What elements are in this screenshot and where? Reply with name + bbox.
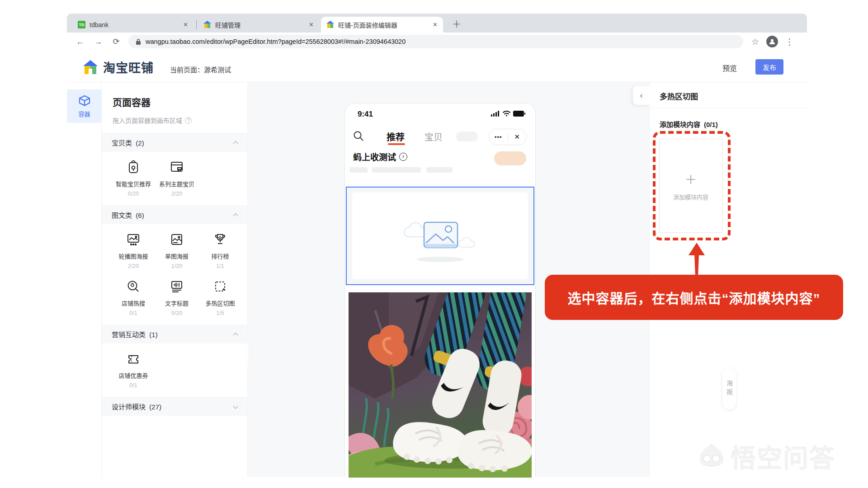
chevron-left-icon: ‹ [640,91,643,100]
coupon-icon [125,351,142,367]
signal-icon [491,110,500,117]
browser-window: TD tdbank ✕ 旺铺管理 ✕ 旺铺-页面装修编辑器 ✕ ＋ ← → ⟳ … [67,14,807,477]
preview-button[interactable]: 预览 [722,62,737,73]
tab-divider [196,20,197,29]
module-hotzone-slice[interactable]: 多热区切图 1/5 [198,278,242,316]
text-title-icon [169,278,185,295]
search-icon[interactable] [353,131,364,141]
module-carousel-poster[interactable]: 轮播图海报 2/20 [112,231,155,269]
module-series-theme[interactable]: 系列主题宝贝 2/20 [155,159,198,197]
module-count: 2/20 [171,191,182,197]
module-coupon[interactable]: 店铺优惠券 0/1 [112,351,155,389]
module-count: 1/20 [171,263,182,269]
add-module-count: (0/1) [704,121,718,128]
section-count: (6) [136,211,144,219]
publish-button[interactable]: 发布 [755,59,783,75]
more-icon[interactable]: ••• [489,134,508,141]
add-module-content-button[interactable]: ＋ 添加模块内容 [659,139,722,233]
forward-icon[interactable]: → [93,37,103,47]
chevron-up-icon [233,141,238,146]
poster-side-tab[interactable]: 海报 [722,368,736,409]
add-module-text: 添加模块内容 [660,121,700,128]
empty-module-card [352,192,528,279]
plus-icon: ＋ [685,170,697,187]
help-icon[interactable]: ? [185,117,192,124]
section-count: (2) [136,139,144,147]
section-header-goods[interactable]: 宝贝类 (2) [102,133,247,152]
module-smart-recommend[interactable]: 智能宝贝推荐 0/20 [112,159,155,197]
module-hot-search[interactable]: 店铺热搜 0/1 [112,278,155,316]
module-ranking[interactable]: 排行榜 1/1 [198,231,242,269]
section-header-marketing[interactable]: 营销互动类 (1) [102,324,247,343]
skeleton-bar [349,167,368,173]
new-tab-icon[interactable]: ＋ [452,17,461,30]
back-icon[interactable]: ← [75,37,85,47]
placeholder-pill [456,131,478,141]
miniapp-capsule: ••• ✕ [489,129,527,145]
module-single-poster[interactable]: 单图海报 1/20 [155,231,198,269]
module-label: 文字标题 [165,299,189,307]
smart-recommend-icon [125,159,142,175]
section-label: 营销互动类 [112,331,146,338]
close-icon[interactable]: ✕ [508,133,527,141]
tab-recommend-label: 推荐 [387,132,405,142]
wangpu-favicon [326,21,334,28]
collapse-right-panel-button[interactable]: ‹ [633,86,650,105]
reload-icon[interactable]: ⟳ [111,37,121,47]
module-text-title[interactable]: 文字标题 0/20 [155,278,198,316]
status-time: 9:41 [358,110,373,119]
phone-nav-row: 推荐 宝贝 ••• ✕ [345,128,535,147]
avatar[interactable] [766,36,778,47]
module-label: 多热区切图 [205,299,235,307]
status-icons [491,110,525,117]
tab-items[interactable]: 宝贝 [425,130,443,143]
rail-item-label: 容器 [78,109,90,118]
section-count: (1) [149,331,157,338]
imagetext-module-grid: 轮播图海报 2/20 单图海报 1/20 排行榜 1/1 店铺热搜 0/1 [102,224,247,324]
tab-label: 旺铺管理 [215,20,304,29]
skeleton-bar [426,167,453,173]
page-container-panel: 页面容器 拖入页面容器到画布区域 ? 宝贝类 (2) 智能宝贝推荐 0/20 系… [102,82,248,477]
module-count: 1/1 [216,263,224,269]
tab-wangpu-manage[interactable]: 旺铺管理 ✕ [198,17,319,33]
section-label: 设计师模块 [112,403,146,411]
section-label: 宝贝类 [112,139,132,147]
section-header-designer[interactable]: 设计师模块 (27) [102,397,247,416]
browser-tab-bar: TD tdbank ✕ 旺铺管理 ✕ 旺铺-页面装修编辑器 ✕ ＋ [67,14,807,33]
hotzone-slice-icon [212,278,228,295]
bookmark-star-icon[interactable]: ☆ [751,37,759,47]
close-tab-icon[interactable]: ✕ [309,21,314,28]
section-header-imagetext[interactable]: 图文类 (6) [102,205,247,224]
selected-container-module[interactable] [346,187,534,285]
module-label: 店铺优惠券 [118,371,148,380]
lock-icon [136,38,141,45]
logo-text: 淘宝旺铺 [103,58,154,76]
skeleton-bar [372,167,421,173]
current-page-label: 当前页面：源希测试 [170,65,231,74]
battery-icon [513,111,525,117]
product-photo-sneakers[interactable] [349,292,532,478]
chevron-up-icon [233,213,238,218]
module-label: 轮播图海报 [118,252,148,260]
wifi-icon [502,110,511,117]
tab-tdbank[interactable]: TD tdbank ✕ [72,17,193,33]
sidebar-item-container[interactable]: 容器 [67,89,102,123]
module-count: 2/20 [128,263,139,269]
shop-name: 蚂上收测试 [353,150,396,163]
panel-subtitle-text: 拖入页面容器到画布区域 [113,116,182,125]
carousel-poster-icon [125,231,142,248]
panel-subtitle: 拖入页面容器到画布区域 ? [113,116,247,125]
close-tab-icon[interactable]: ✕ [433,21,438,28]
chevron-down-icon [233,404,238,408]
wangpu-favicon [203,21,211,28]
module-label: 店铺热搜 [122,299,145,307]
tab-page-editor[interactable]: 旺铺-页面装修编辑器 ✕ [321,17,443,33]
active-tab-underline [388,143,405,145]
add-module-content-label: 添加模块内容(0/1) [660,119,718,129]
address-field[interactable]: wangpu.taobao.com/editor/wpPageEditor.ht… [128,35,743,48]
close-tab-icon[interactable]: ✕ [183,21,188,28]
browser-menu-icon[interactable]: ⋮ [785,37,794,47]
tab-recommend[interactable]: 推荐 [387,130,405,143]
module-count: 0/1 [129,382,137,389]
chevron-right-circle-icon[interactable]: › [399,153,407,161]
